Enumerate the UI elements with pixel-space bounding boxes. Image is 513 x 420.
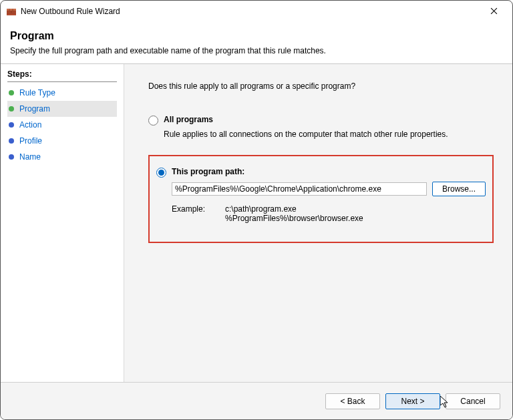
step-program[interactable]: Program [7, 101, 117, 117]
program-path-input[interactable] [172, 182, 427, 196]
step-bullet-icon [9, 106, 14, 112]
wizard-header: Program Specify the full program path an… [1, 22, 512, 64]
step-label: Name [19, 152, 41, 162]
example-label: Example: [172, 204, 225, 223]
example-block: Example: c:\path\program.exe %ProgramFil… [172, 204, 486, 223]
steps-sidebar: Steps: Rule Type Program Action Profile … [1, 64, 124, 382]
step-rule-type[interactable]: Rule Type [7, 85, 124, 101]
all-programs-desc: Rule applies to all connections on the c… [164, 130, 494, 139]
step-label: Rule Type [19, 88, 55, 97]
svg-rect-1 [7, 9, 16, 11]
radio-this-program-path[interactable] [156, 168, 166, 178]
step-label: Profile [19, 136, 42, 146]
step-bullet-icon [9, 90, 14, 95]
step-label: Action [19, 120, 41, 130]
close-button[interactable] [480, 1, 507, 21]
next-button[interactable]: Next > [385, 393, 440, 409]
wizard-window: New Outbound Rule Wizard Program Specify… [0, 0, 513, 420]
wizard-content: Does this rule apply to all programs or … [124, 64, 512, 382]
firewall-icon [6, 6, 17, 17]
step-bullet-icon [9, 154, 14, 160]
option-all-programs: All programs Rule applies to all connect… [148, 115, 494, 139]
step-bullet-icon [9, 122, 14, 128]
option-this-program-highlight: This program path: Browse... Example: c:… [148, 155, 494, 243]
radio-all-programs[interactable] [148, 116, 158, 126]
wizard-body: Steps: Rule Type Program Action Profile … [1, 64, 512, 382]
radio-all-programs-label: All programs [164, 115, 213, 124]
page-subtitle: Specify the full program path and execut… [10, 46, 503, 55]
radio-this-program-label: This program path: [172, 167, 244, 176]
titlebar: New Outbound Rule Wizard [1, 1, 512, 22]
back-button[interactable]: < Back [325, 393, 380, 409]
page-title: Program [10, 30, 503, 42]
step-label: Program [19, 104, 50, 114]
step-bullet-icon [9, 138, 14, 144]
example-text: c:\path\program.exe %ProgramFiles%\brows… [225, 204, 363, 223]
browse-button[interactable]: Browse... [432, 182, 486, 196]
window-title: New Outbound Rule Wizard [21, 7, 120, 16]
cancel-button[interactable]: Cancel [446, 393, 500, 409]
step-profile[interactable]: Profile [7, 133, 124, 149]
divider [7, 81, 117, 82]
question-text: Does this rule apply to all programs or … [148, 81, 494, 91]
step-name[interactable]: Name [7, 149, 124, 165]
wizard-footer: < Back Next > Cancel [1, 382, 512, 419]
step-action[interactable]: Action [7, 117, 124, 133]
steps-heading: Steps: [7, 69, 124, 79]
